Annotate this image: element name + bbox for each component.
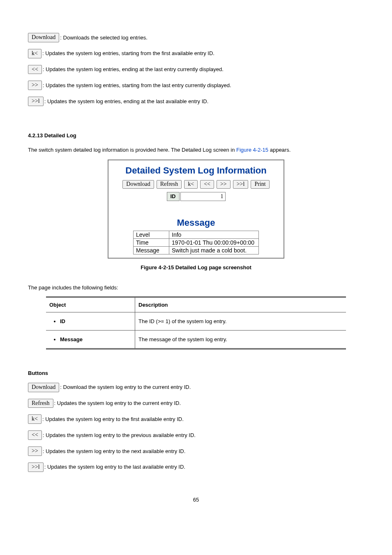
first-page-button[interactable]: k< — [28, 49, 42, 58]
intro-paragraph: The switch system detailed log informati… — [28, 147, 364, 153]
message-label: Message — [134, 246, 169, 254]
bottom-btn-row-5: >>l : Updates the system log entry to th… — [28, 462, 364, 472]
next-page-button[interactable]: >> — [28, 81, 42, 90]
bottom-btn-row-3: << : Updates the system log entry to the… — [28, 430, 364, 440]
table-row: Message The message of the system log en… — [46, 330, 346, 349]
bottom-btn-row-4: >> : Updates the system log entry to the… — [28, 446, 364, 456]
bottom-btn-row-1: Refresh : Updates the system log entry t… — [28, 399, 364, 408]
message-table: Level Info Time 1970-01-01 Thu 00:00:09+… — [133, 231, 259, 254]
prev-page-button[interactable]: << — [200, 180, 214, 189]
table-row: ID The ID (>= 1) of the system log entry… — [46, 312, 346, 330]
message-value: Switch just made a cold boot. — [169, 246, 259, 254]
top-btn-row-3: >> : Updates the system log entries, sta… — [28, 81, 364, 90]
download-button[interactable]: Download — [28, 383, 59, 392]
top-btn-row-4: >>l : Updates the system log entries, en… — [28, 97, 364, 106]
screenshot-button-row: Download Refresh k< << >> >>l Print — [111, 180, 281, 189]
page-number: 65 — [28, 497, 364, 503]
description-cell: The message of the system log entry. — [135, 330, 346, 349]
field-table: Object Description ID The ID (>= 1) of t… — [46, 296, 346, 349]
desc-text: : Updates the system log entries, starti… — [43, 81, 231, 90]
refresh-button[interactable]: Refresh — [157, 180, 182, 189]
message-heading: Message — [111, 217, 281, 228]
prev-page-button[interactable]: << — [28, 430, 42, 440]
desc-text: : Updates the system log entry to the cu… — [54, 399, 181, 407]
figure-caption-text: Detailed Log page screenshot — [175, 264, 251, 271]
screenshot-title: Detailed System Log Information — [111, 165, 281, 176]
desc-text: : Updates the system log entries, ending… — [44, 97, 209, 106]
figure-caption: Figure 4-2-15 Detailed Log page screensh… — [28, 264, 364, 271]
top-btn-row-1: k< : Updates the system log entries, sta… — [28, 49, 364, 58]
bottom-btn-row-2: k< : Updates the system log entry to the… — [28, 414, 364, 424]
table-row: Time 1970-01-01 Thu 00:00:09+00:00 — [134, 238, 259, 246]
top-btn-row-2: << : Updates the system log entries, end… — [28, 65, 364, 74]
id-label: ID — [167, 192, 180, 201]
last-page-button[interactable]: >>l — [28, 97, 44, 106]
fields-intro: The page includes the following fields: — [28, 284, 364, 291]
refresh-button[interactable]: Refresh — [28, 399, 53, 408]
id-row: ID 1 — [111, 192, 281, 201]
next-page-button[interactable]: >> — [217, 180, 231, 189]
next-page-button[interactable]: >> — [28, 446, 42, 456]
table-row: Level Info — [134, 231, 259, 238]
print-button[interactable]: Print — [251, 180, 269, 189]
detailed-log-screenshot: Detailed System Log Information Download… — [108, 160, 284, 259]
col-object: Object — [46, 297, 135, 312]
figure-link[interactable]: Figure 4-2-15 — [236, 147, 268, 153]
prev-page-button[interactable]: << — [28, 65, 42, 74]
last-page-button[interactable]: >>l — [28, 462, 44, 472]
level-label: Level — [134, 231, 169, 238]
figure-caption-prefix: Figure 4-2-15 — [141, 264, 175, 271]
table-row: Message Switch just made a cold boot. — [134, 246, 259, 254]
time-label: Time — [134, 238, 169, 246]
col-description: Description — [135, 297, 346, 312]
description-cell: The ID (>= 1) of the system log entry. — [135, 312, 346, 330]
desc-text: : Download the system log entry to the c… — [60, 383, 191, 391]
bottom-btn-row-0: Download : Download the system log entry… — [28, 383, 364, 392]
intro-suffix: appears. — [268, 147, 291, 153]
buttons-heading: Buttons — [28, 370, 364, 376]
section-heading: 4.2.13 Detailed Log — [28, 132, 364, 139]
object-cell: ID — [46, 312, 135, 330]
top-btn-row-0: Download : Downloads the selected log en… — [28, 33, 364, 42]
last-page-button[interactable]: >>l — [233, 180, 249, 189]
desc-text: : Updates the system log entries, starti… — [42, 49, 214, 58]
object-id: ID — [60, 318, 131, 324]
desc-text: : Updates the system log entry to the fi… — [42, 415, 184, 423]
download-button[interactable]: Download — [122, 180, 154, 189]
object-cell: Message — [46, 330, 135, 349]
desc-text: : Updates the system log entry to the pr… — [43, 431, 196, 439]
download-button[interactable]: Download — [28, 33, 59, 42]
object-message: Message — [60, 336, 131, 342]
id-input[interactable]: 1 — [180, 192, 226, 201]
time-value: 1970-01-01 Thu 00:00:09+00:00 — [169, 238, 259, 246]
desc-text: : Updates the system log entry to the ne… — [43, 447, 186, 456]
level-value: Info — [169, 231, 259, 238]
desc-text: : Updates the system log entries, ending… — [43, 65, 224, 74]
table-header-row: Object Description — [46, 297, 346, 312]
desc-text: : Downloads the selected log entries. — [60, 34, 147, 42]
first-page-button[interactable]: k< — [28, 414, 42, 424]
intro-prefix: The switch system detailed log informati… — [28, 147, 236, 153]
desc-text: : Updates the system log entry to the la… — [44, 463, 185, 471]
first-page-button[interactable]: k< — [184, 180, 198, 189]
